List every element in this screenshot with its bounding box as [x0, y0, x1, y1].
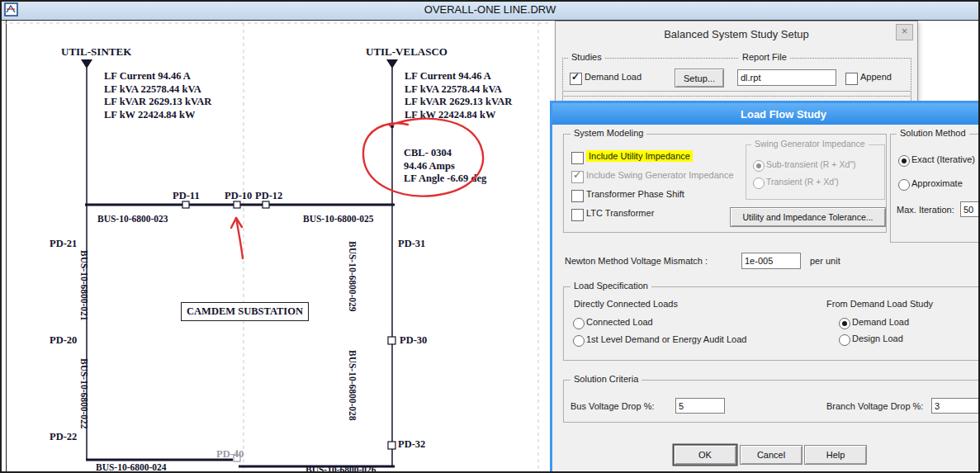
window-title: OVERALL-ONE LINE.DRW — [0, 3, 980, 16]
setup-button[interactable]: Setup... — [675, 69, 724, 88]
transformer-phase-shift-checkbox[interactable] — [571, 190, 584, 202]
application-window: OVERALL-ONE LINE.DRW UTIL-SINTEK LF Curr… — [0, 0, 980, 473]
cable-label-block: CBL- 0304 94.46 Amps LF Angle -6.69 deg — [404, 147, 486, 186]
window-titlebar: OVERALL-ONE LINE.DRW — [0, 0, 980, 21]
bus-label: BUS-10-6800-025 — [303, 214, 374, 224]
pd-label: PD-21 — [50, 238, 77, 250]
swing-generator-impedance-group-label: Swing Generator Impedance — [751, 139, 869, 149]
help-button[interactable]: Help — [804, 445, 867, 465]
pd-label: PD-30 — [400, 334, 427, 347]
system-modeling-group-label: System Modeling — [570, 128, 646, 138]
pd-label-dimmed: PD-40 — [216, 448, 244, 461]
demand-load-radio[interactable] — [839, 318, 850, 329]
first-level-demand-radio[interactable] — [573, 335, 585, 347]
subtransient-label: Sub-transient (R + Xd") — [766, 159, 855, 169]
system-modeling-group: System Modeling Include Utility Impedanc… — [563, 134, 887, 233]
bus-voltage-drop-input[interactable] — [675, 398, 725, 414]
ok-button[interactable]: OK — [674, 445, 736, 465]
demand-load-checkbox[interactable] — [570, 73, 582, 85]
load-specification-group-label: Load Specification — [570, 281, 651, 291]
ltc-transformer-label: LTC Transformer — [586, 208, 654, 218]
design-load-radio-label: Design Load — [852, 333, 903, 343]
from-demand-load-heading: From Demand Load Study — [826, 299, 933, 309]
branch-voltage-drop-label: Branch Voltage Drop %: — [826, 401, 923, 411]
bus-label-vertical: BUS-10-6800-029 — [348, 241, 357, 312]
connected-load-radio[interactable] — [573, 318, 585, 329]
subtransient-radio — [753, 160, 765, 172]
bus-voltage-drop-label: Bus Voltage Drop %: — [570, 401, 655, 411]
utility-impedance-tolerance-button[interactable]: Utility and Impedance Tolerance... — [730, 207, 886, 227]
append-label: Append — [860, 72, 892, 82]
solution-method-group: Solution Method Exact (Iterative) Approx… — [890, 134, 980, 243]
pd-label: PD-31 — [398, 238, 425, 250]
source-label-sintek: UTIL-SINTEK — [61, 45, 131, 59]
include-swing-generator-impedance-checkbox — [571, 171, 584, 183]
bus-label: BUS-10-6800-023 — [97, 214, 168, 224]
pd-label: PD-22 — [50, 431, 77, 443]
exact-iterative-radio[interactable] — [898, 155, 910, 167]
include-utility-impedance-label: Include Utility Impedance — [586, 150, 693, 162]
source-label-velasco: UTIL-VELASCO — [366, 45, 447, 59]
include-utility-impedance-checkbox[interactable] — [571, 152, 584, 164]
newton-mismatch-label: Newton Method Voltage Mismatch : — [565, 256, 708, 266]
transformer-phase-shift-label: Transformer Phase Shift — [586, 189, 684, 199]
bus-label: BUS-10-6800-026 — [305, 465, 376, 473]
newton-mismatch-input[interactable] — [741, 253, 801, 269]
dialog-titlebar[interactable]: Load Flow Study — [552, 103, 980, 125]
report-file-input[interactable] — [737, 69, 836, 86]
include-swing-generator-impedance-label: Include Swing Generator Impedance — [586, 170, 734, 180]
solution-criteria-group-label: Solution Criteria — [570, 374, 641, 384]
swing-generator-impedance-group: Swing Generator Impedance Sub-transient … — [746, 144, 885, 200]
pd-label: PD-10 — [225, 190, 252, 202]
pd-label: PD-12 — [255, 190, 282, 202]
first-level-demand-label: 1st Level Demand or Energy Audit Load — [586, 334, 746, 344]
transient-label: Transient (R + Xd') — [766, 177, 839, 187]
solution-method-group-label: Solution Method — [897, 128, 969, 138]
append-checkbox[interactable] — [845, 73, 858, 85]
max-iteration-label: Max. Iteration: — [897, 205, 954, 215]
velasco-lf-stats: LF Current 94.46 A LF kVA 22578.44 kVA L… — [405, 70, 512, 121]
bus-label-vertical: BUS-10-6800-021 — [79, 250, 89, 321]
pd-label: PD-20 — [50, 334, 77, 347]
bus-label-vertical: BUS-10-6800-022 — [79, 358, 89, 429]
demand-load-label: Demand Load — [585, 72, 641, 82]
load-specification-group: Load Specification Directly Connected Lo… — [563, 286, 980, 361]
load-flow-study-dialog: Load Flow Study System Modeling Include … — [550, 101, 980, 473]
report-file-group-label: Report File — [739, 52, 790, 62]
canvas-border — [6, 20, 7, 473]
newton-mismatch-unit: per unit — [810, 256, 840, 266]
sintek-lf-stats: LF Current 94.46 A LF kVA 22578.44 kVA L… — [104, 70, 211, 121]
design-load-radio[interactable] — [839, 334, 850, 346]
substation-label-box: CAMDEM SUBSTATION — [181, 302, 309, 321]
solution-criteria-group: Solution Criteria Bus Voltage Drop %: Br… — [563, 380, 980, 423]
demand-load-radio-label: Demand Load — [852, 317, 909, 327]
connected-load-label: Connected Load — [586, 317, 653, 327]
bus-label-vertical: BUS-10-6800-028 — [348, 350, 357, 421]
dialog-title[interactable]: Balanced System Study Setup — [556, 28, 917, 40]
pd-label: PD-11 — [173, 190, 200, 202]
close-icon[interactable]: × — [896, 24, 913, 40]
dialog-title: Load Flow Study — [741, 108, 826, 121]
branch-voltage-drop-input[interactable] — [931, 398, 980, 414]
studies-group-label: Studies — [568, 52, 605, 62]
ltc-transformer-checkbox[interactable] — [571, 209, 584, 221]
max-iteration-input[interactable] — [960, 201, 980, 217]
bus-label: BUS-10-6800-024 — [96, 462, 167, 472]
transient-radio — [753, 177, 765, 189]
directly-connected-loads-heading: Directly Connected Loads — [574, 299, 678, 309]
cancel-button[interactable]: Cancel — [740, 445, 802, 465]
approximate-label: Approximate — [911, 178, 963, 188]
approximate-radio[interactable] — [898, 179, 910, 191]
pd-label: PD-32 — [398, 438, 425, 451]
exact-iterative-label: Exact (Iterative) — [911, 154, 975, 164]
